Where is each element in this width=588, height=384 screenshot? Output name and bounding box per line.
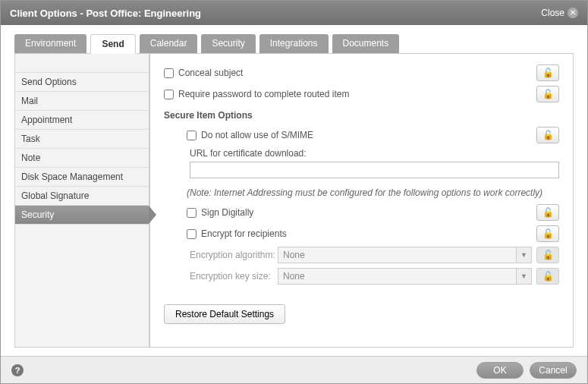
- lock-button-enc-key: 🔓: [536, 268, 559, 285]
- sidebar-item-task[interactable]: Task: [15, 130, 149, 149]
- no-smime-label: Do not allow use of S/MIME: [201, 130, 313, 140]
- tab-calendar[interactable]: Calendar: [140, 34, 198, 54]
- internet-addressing-note: (Note: Internet Addressing must be confi…: [187, 187, 559, 198]
- lock-button-enc-alg: 🔓: [536, 247, 559, 263]
- client-options-window: Client Options - Post Office: Engineerin…: [0, 0, 588, 384]
- sidebar-item-appointment[interactable]: Appointment: [15, 111, 149, 130]
- titlebar: Client Options - Post Office: Engineerin…: [1, 1, 587, 25]
- secure-item-heading: Secure Item Options: [164, 110, 559, 121]
- unlock-icon: 🔓: [542, 68, 554, 78]
- url-download-input[interactable]: [190, 162, 559, 178]
- sidebar-item-security[interactable]: Security: [15, 206, 149, 225]
- main-panel: Conceal subject 🔓 Require password to co…: [150, 54, 573, 347]
- restore-defaults-button[interactable]: Restore Default Settings: [164, 304, 285, 324]
- sidebar-item-global-signature[interactable]: Global Signature: [15, 187, 149, 206]
- conceal-subject-checkbox[interactable]: [164, 68, 174, 78]
- sidebar-item-mail[interactable]: Mail: [15, 92, 149, 111]
- conceal-subject-label: Conceal subject: [178, 68, 243, 78]
- encryption-key-value: None: [283, 271, 305, 282]
- sign-digitally-checkbox[interactable]: [187, 208, 197, 218]
- tab-documents[interactable]: Documents: [332, 34, 400, 54]
- ok-button[interactable]: OK: [476, 362, 524, 379]
- unlock-icon: 🔓: [542, 228, 554, 239]
- window-title: Client Options - Post Office: Engineerin…: [10, 8, 201, 19]
- encryption-key-label: Encryption key size:: [164, 271, 278, 282]
- close-button[interactable]: Close ✕: [541, 8, 578, 18]
- close-label: Close: [541, 8, 564, 18]
- tab-send[interactable]: Send: [90, 34, 135, 54]
- unlock-icon: 🔓: [542, 271, 554, 282]
- sidebar: Send Options Mail Appointment Task Note …: [15, 54, 150, 347]
- tab-integrations[interactable]: Integrations: [259, 34, 329, 54]
- chevron-down-icon: ▼: [516, 247, 531, 263]
- sidebar-item-note[interactable]: Note: [15, 149, 149, 168]
- sign-digitally-label: Sign Digitally: [201, 207, 253, 218]
- tab-security[interactable]: Security: [201, 34, 255, 54]
- close-icon: ✕: [568, 8, 578, 18]
- lock-button-encrypt[interactable]: 🔓: [536, 225, 559, 242]
- encryption-key-select: None ▼: [278, 268, 532, 285]
- lock-button-sign[interactable]: 🔓: [536, 204, 559, 221]
- encrypt-recipients-label: Encrypt for recipients: [201, 228, 287, 239]
- lock-button-require-password[interactable]: 🔓: [536, 86, 559, 102]
- chevron-down-icon: ▼: [516, 269, 531, 284]
- encrypt-recipients-checkbox[interactable]: [187, 229, 197, 239]
- sidebar-item-disk-space[interactable]: Disk Space Management: [15, 168, 149, 187]
- unlock-icon: 🔓: [542, 250, 554, 260]
- sidebar-item-send-options[interactable]: Send Options: [15, 72, 149, 92]
- encryption-algorithm-label: Encryption algorithm:: [164, 250, 278, 260]
- lock-button-smime[interactable]: 🔓: [536, 127, 559, 143]
- footer: ? OK Cancel: [1, 356, 587, 383]
- no-smime-checkbox[interactable]: [187, 131, 197, 140]
- help-icon[interactable]: ?: [11, 364, 24, 376]
- encryption-algorithm-value: None: [283, 250, 305, 260]
- tab-bar: Environment Send Calendar Security Integ…: [1, 25, 587, 54]
- content-area: Send Options Mail Appointment Task Note …: [14, 53, 574, 348]
- unlock-icon: 🔓: [542, 207, 554, 218]
- unlock-icon: 🔓: [542, 89, 554, 99]
- encryption-algorithm-select: None ▼: [278, 247, 532, 263]
- require-password-label: Require password to complete routed item: [178, 89, 349, 99]
- lock-button-conceal[interactable]: 🔓: [536, 65, 559, 81]
- tab-environment[interactable]: Environment: [14, 34, 86, 54]
- cancel-button[interactable]: Cancel: [530, 362, 577, 379]
- require-password-checkbox[interactable]: [164, 90, 174, 99]
- url-download-label: URL for certificate download:: [190, 148, 559, 159]
- unlock-icon: 🔓: [542, 130, 554, 140]
